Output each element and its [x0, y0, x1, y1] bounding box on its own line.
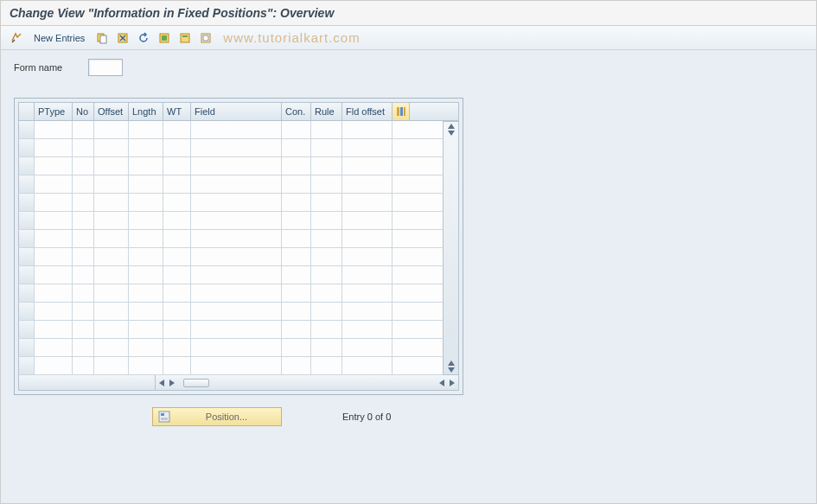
table-row[interactable] [18, 212, 444, 230]
cell[interactable] [94, 339, 129, 356]
cell[interactable] [94, 357, 129, 374]
vertical-scrollbar[interactable] [444, 121, 459, 375]
cell[interactable] [342, 248, 393, 265]
scroll-left-icon[interactable] [159, 380, 164, 386]
cell[interactable] [163, 248, 191, 265]
cell[interactable] [73, 357, 94, 374]
scroll-up-bottom-icon[interactable] [448, 360, 455, 366]
scroll-right-end-icon[interactable] [450, 380, 455, 386]
table-row[interactable] [18, 194, 444, 212]
cell[interactable] [129, 139, 163, 156]
cell[interactable] [342, 303, 393, 320]
cell[interactable] [35, 175, 73, 193]
cell[interactable] [35, 321, 73, 338]
cell[interactable] [73, 230, 94, 247]
row-selector[interactable] [19, 212, 35, 229]
cell[interactable] [129, 194, 163, 211]
cell[interactable] [342, 175, 393, 193]
cell[interactable] [311, 121, 342, 138]
cell[interactable] [282, 357, 311, 374]
row-selector[interactable] [19, 303, 35, 320]
cell[interactable] [35, 303, 73, 320]
table-row[interactable] [18, 339, 444, 357]
cell[interactable] [282, 321, 311, 338]
new-entries-button[interactable]: New Entries [29, 31, 90, 45]
position-button[interactable]: Position... [152, 407, 282, 426]
cell[interactable] [191, 339, 282, 356]
row-selector[interactable] [19, 284, 35, 302]
cell[interactable] [191, 121, 282, 138]
table-row[interactable] [18, 139, 444, 157]
cell[interactable] [163, 121, 191, 138]
cell[interactable] [342, 357, 393, 374]
cell[interactable] [282, 339, 311, 356]
cell[interactable] [94, 212, 129, 229]
cell[interactable] [191, 266, 282, 284]
cell[interactable] [163, 284, 191, 302]
col-wt[interactable]: WT [163, 103, 191, 120]
cell[interactable] [73, 139, 94, 156]
cell[interactable] [191, 284, 282, 302]
cell[interactable] [129, 212, 163, 229]
cell[interactable] [94, 230, 129, 247]
delete-icon[interactable] [114, 29, 131, 47]
cell[interactable] [311, 157, 342, 175]
deselect-all-icon[interactable] [197, 29, 214, 47]
cell[interactable] [191, 175, 282, 193]
cell[interactable] [35, 194, 73, 211]
cell[interactable] [311, 175, 342, 193]
cell[interactable] [311, 321, 342, 338]
cell[interactable] [35, 284, 73, 302]
cell[interactable] [311, 266, 342, 284]
cell[interactable] [163, 303, 191, 320]
col-no[interactable]: No [73, 103, 94, 120]
row-selector[interactable] [19, 321, 35, 338]
scroll-down-bottom-icon[interactable] [448, 367, 455, 373]
scroll-left-end-icon[interactable] [439, 380, 444, 386]
table-row[interactable] [18, 321, 444, 339]
cell[interactable] [35, 212, 73, 229]
cell[interactable] [311, 357, 342, 374]
cell[interactable] [311, 230, 342, 247]
row-selector[interactable] [19, 357, 35, 374]
cell[interactable] [342, 266, 393, 284]
cell[interactable] [311, 248, 342, 265]
cell[interactable] [129, 121, 163, 138]
row-selector[interactable] [19, 266, 35, 284]
cell[interactable] [35, 139, 73, 156]
cell[interactable] [191, 230, 282, 247]
cell[interactable] [73, 248, 94, 265]
cell[interactable] [163, 357, 191, 374]
cell[interactable] [94, 303, 129, 320]
col-ptype[interactable]: PType [35, 103, 73, 120]
cell[interactable] [35, 121, 73, 138]
copy-icon[interactable] [93, 29, 111, 47]
col-rule[interactable]: Rule [311, 103, 342, 120]
cell[interactable] [311, 139, 342, 156]
table-row[interactable] [18, 248, 444, 266]
cell[interactable] [129, 357, 163, 374]
cell[interactable] [129, 266, 163, 284]
cell[interactable] [191, 248, 282, 265]
table-row[interactable] [18, 175, 444, 194]
cell[interactable] [342, 121, 393, 138]
cell[interactable] [163, 157, 191, 175]
cell[interactable] [129, 284, 163, 302]
cell[interactable] [342, 139, 393, 156]
cell[interactable] [311, 194, 342, 211]
cell[interactable] [282, 230, 311, 247]
cell[interactable] [73, 339, 94, 356]
row-selector[interactable] [19, 121, 35, 138]
cell[interactable] [191, 321, 282, 338]
cell[interactable] [35, 357, 73, 374]
cell[interactable] [163, 139, 191, 156]
horizontal-scrollbar[interactable] [18, 375, 459, 391]
select-block-icon[interactable] [176, 29, 194, 47]
cell[interactable] [129, 321, 163, 338]
toggle-display-icon[interactable] [8, 29, 25, 47]
cell[interactable] [342, 194, 393, 211]
cell[interactable] [163, 266, 191, 284]
col-con[interactable]: Con. [282, 103, 311, 120]
cell[interactable] [311, 284, 342, 302]
cell[interactable] [94, 175, 129, 193]
